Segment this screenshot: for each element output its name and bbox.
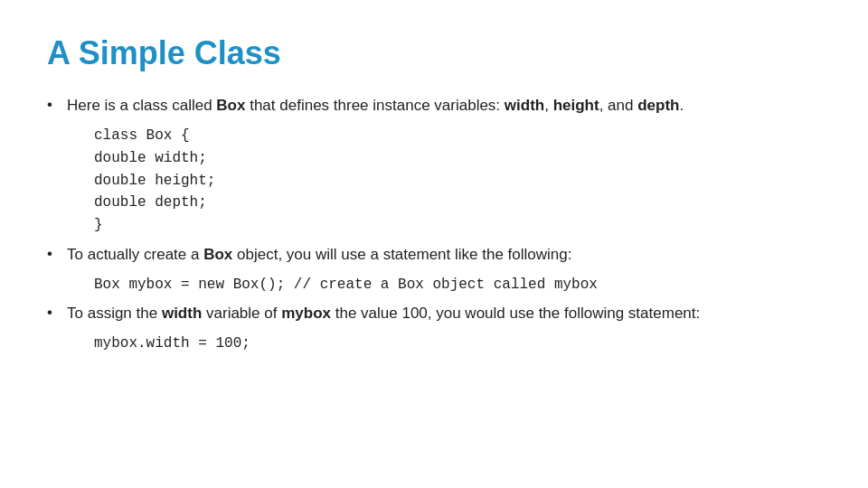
code-line-2-1: Box mybox = new Box(); // create a Box o… bbox=[94, 274, 821, 296]
slide-title: A Simple Class bbox=[47, 34, 821, 71]
code-block-2: Box mybox = new Box(); // create a Box o… bbox=[94, 274, 821, 296]
bullet-dot-3: • bbox=[47, 304, 67, 322]
bold-width-3: width bbox=[162, 305, 202, 322]
code-line-1-4: double depth; bbox=[94, 192, 821, 214]
code-line-1-2: double width; bbox=[94, 147, 821, 170]
bold-box-1: Box bbox=[216, 97, 245, 114]
bold-width: width bbox=[505, 97, 544, 114]
bold-box-2: Box bbox=[203, 246, 232, 263]
bullet-text-3: To assign the width variable of mybox th… bbox=[67, 303, 821, 325]
code-line-1-3: double height; bbox=[94, 170, 821, 192]
bullet-text-1: Here is a class called Box that defines … bbox=[67, 95, 821, 117]
bullet-dot-1: • bbox=[47, 96, 67, 114]
bullet-item-2: • To actually create a Box object, you w… bbox=[47, 244, 821, 267]
code-block-1: class Box { double width; double height;… bbox=[94, 125, 821, 237]
bold-depth: depth bbox=[637, 97, 679, 114]
bold-mybox-3: mybox bbox=[281, 305, 331, 322]
bullet-dot-2: • bbox=[47, 245, 67, 263]
bullet-item-1: • Here is a class called Box that define… bbox=[47, 95, 821, 117]
code-line-1-1: class Box { bbox=[94, 125, 821, 147]
bullet-item-3: • To assign the width variable of mybox … bbox=[47, 303, 821, 325]
code-line-3-1: mybox.width = 100; bbox=[94, 333, 821, 355]
bold-height: height bbox=[553, 97, 599, 114]
slide-content: • Here is a class called Box that define… bbox=[47, 95, 821, 359]
slide: A Simple Class • Here is a class called … bbox=[0, 0, 868, 488]
bullet-text-2: To actually create a Box object, you wil… bbox=[67, 244, 821, 267]
code-block-3: mybox.width = 100; bbox=[94, 333, 821, 355]
code-line-1-5: } bbox=[94, 214, 821, 237]
